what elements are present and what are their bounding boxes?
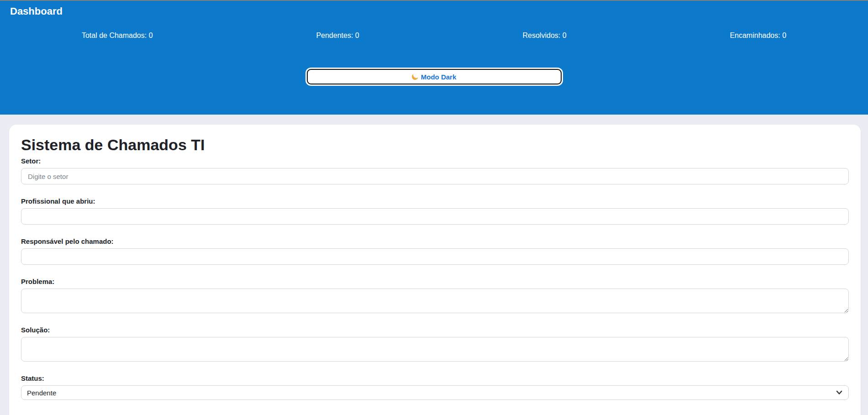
stat-total-chamados-label: Total de Chamados:	[82, 32, 147, 39]
solucao-textarea[interactable]	[21, 337, 849, 362]
stat-total-chamados: Total de Chamados: 0	[82, 31, 153, 40]
problema-textarea[interactable]	[21, 289, 849, 313]
stat-encaminhados-value: 0	[782, 32, 786, 39]
responsavel-field-group: Responsável pelo chamado:	[21, 237, 849, 265]
setor-field-group: Setor:	[21, 157, 849, 184]
profissional-input[interactable]	[21, 208, 849, 225]
stat-resolvidos-label: Resolvidos:	[523, 32, 561, 39]
status-field-group: Status: Pendente	[21, 374, 849, 400]
responsavel-label: Responsável pelo chamado:	[21, 237, 849, 246]
status-select[interactable]: Pendente	[21, 385, 849, 400]
stat-pendentes-label: Pendentes:	[316, 32, 353, 39]
dark-mode-toggle-button[interactable]: Modo Dark	[307, 69, 562, 84]
solucao-label: Solução:	[21, 326, 849, 334]
responsavel-input[interactable]	[21, 248, 849, 265]
ticket-form-card: Sistema de Chamados TI Setor: Profission…	[9, 125, 861, 415]
profissional-field-group: Profissional que abriu:	[21, 197, 849, 225]
status-select-wrapper: Pendente	[21, 385, 849, 400]
stats-row: Total de Chamados: 0 Pendentes: 0 Resolv…	[0, 31, 868, 40]
setor-input[interactable]	[21, 168, 849, 184]
stat-pendentes: Pendentes: 0	[316, 31, 359, 40]
crescent-moon-icon	[411, 73, 419, 81]
problema-label: Problema:	[21, 278, 849, 286]
setor-label: Setor:	[21, 157, 849, 165]
page-body: Sistema de Chamados TI Setor: Profission…	[0, 115, 868, 415]
solucao-field-group: Solução:	[21, 326, 849, 362]
dashboard-title: Dashboard	[10, 5, 868, 17]
problema-field-group: Problema:	[21, 278, 849, 313]
status-label: Status:	[21, 374, 849, 383]
stat-resolvidos: Resolvidos: 0	[523, 31, 567, 40]
dark-mode-button-label: Modo Dark	[421, 73, 457, 81]
profissional-label: Profissional que abriu:	[21, 197, 849, 205]
dashboard-header: Dashboard Total de Chamados: 0 Pendentes…	[0, 1, 868, 115]
stat-encaminhados-label: Encaminhados:	[730, 32, 780, 39]
stat-total-chamados-value: 0	[149, 32, 153, 39]
stat-encaminhados: Encaminhados: 0	[730, 31, 786, 40]
stat-pendentes-value: 0	[355, 32, 359, 39]
stat-resolvidos-value: 0	[563, 32, 567, 39]
form-title: Sistema de Chamados TI	[21, 136, 849, 154]
